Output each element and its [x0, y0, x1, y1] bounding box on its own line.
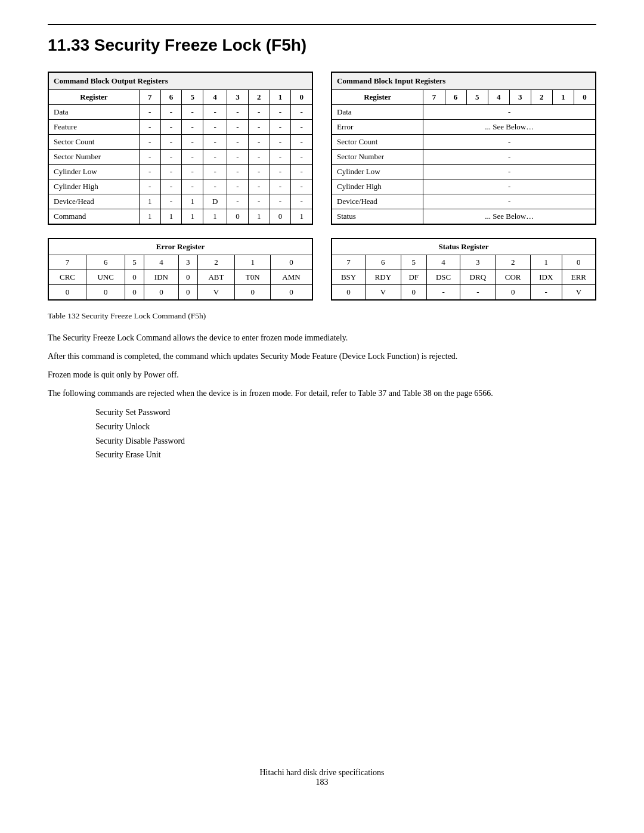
status-register-cell: 1: [530, 255, 562, 270]
input-row-see-below: -: [423, 105, 596, 120]
status-register-row: 0V0--0-V: [332, 285, 596, 300]
out-col-6: 6: [160, 90, 182, 105]
input-row-see-below: -: [423, 150, 596, 165]
status-register-cell: V: [562, 285, 595, 300]
status-register-row: 76543210: [332, 255, 596, 270]
output-row-cell: -: [248, 120, 270, 135]
body-paragraph: The following commands are rejected when…: [48, 387, 596, 400]
output-row-cell: -: [248, 105, 270, 120]
output-row-cell: -: [270, 135, 291, 150]
output-row-cell: -: [227, 179, 249, 194]
error-register-cell: 1: [235, 255, 270, 270]
output-row-label: Cylinder Low: [49, 165, 140, 179]
error-register-cell: 0: [144, 285, 178, 300]
status-register-cell: 3: [460, 255, 496, 270]
output-table-row: Sector Number--------: [49, 150, 312, 165]
status-register-cell: 0: [496, 285, 530, 300]
output-row-cell: -: [270, 105, 291, 120]
error-register-cell: AMN: [270, 270, 312, 285]
bottom-tables-row: Error Register 76543210CRCUNC0IDN0ABTT0N…: [48, 238, 596, 301]
output-row-cell: -: [203, 105, 227, 120]
error-register-cell: 0: [270, 255, 312, 270]
output-row-cell: 0: [227, 209, 249, 224]
top-rule: [48, 24, 596, 25]
output-row-cell: -: [203, 179, 227, 194]
output-row-label: Device/Head: [49, 194, 140, 209]
body-paragraph: The Security Freeze Lock Command allows …: [48, 332, 596, 344]
input-table-row: Data-: [332, 105, 596, 120]
body-paragraph: Frozen mode is quit only by Power off.: [48, 368, 596, 381]
error-register-table: Error Register 76543210CRCUNC0IDN0ABTT0N…: [48, 239, 312, 300]
out-col-4: 4: [203, 90, 227, 105]
output-row-cell: 0: [270, 209, 291, 224]
list-item: Security Disable Password: [95, 434, 596, 448]
status-register-cell: V: [366, 285, 401, 300]
output-row-cell: -: [139, 135, 160, 150]
output-row-label: Cylinder High: [49, 179, 140, 194]
output-row-cell: -: [270, 150, 291, 165]
error-register-cell: 0: [125, 270, 144, 285]
output-row-cell: 1: [182, 209, 203, 224]
status-register-table: Status Register 76543210BSYRDYDFDSCDRQCO…: [332, 239, 596, 300]
output-table-row: Data--------: [49, 105, 312, 120]
output-row-cell: -: [248, 165, 270, 179]
status-register-cell: BSY: [332, 270, 366, 285]
output-table-row: Device/Head1-1D----: [49, 194, 312, 209]
output-row-cell: -: [227, 150, 249, 165]
error-register-cell: 0: [49, 285, 86, 300]
section-title: 11.33 Security Freeze Lock (F5h): [48, 36, 596, 55]
main-tables-row: Command Block Output Registers Register …: [48, 72, 596, 225]
output-row-cell: -: [227, 194, 249, 209]
output-row-cell: -: [182, 179, 203, 194]
input-row-label: Device/Head: [332, 194, 423, 209]
input-registers-table: Command Block Input Registers Register 7…: [332, 72, 596, 224]
output-row-cell: -: [291, 150, 312, 165]
output-registers-table: Command Block Output Registers Register …: [48, 72, 312, 224]
in-col-7: 7: [423, 90, 445, 105]
error-register-cell: 6: [86, 255, 125, 270]
input-row-see-below: -: [423, 135, 596, 150]
error-register-cell: ABT: [197, 270, 235, 285]
output-row-cell: -: [160, 165, 182, 179]
status-register-cell: ERR: [562, 270, 595, 285]
output-row-cell: -: [248, 179, 270, 194]
output-row-cell: -: [291, 105, 312, 120]
out-col-0: 0: [291, 90, 312, 105]
output-table-row: Cylinder High--------: [49, 179, 312, 194]
out-col-5: 5: [182, 90, 203, 105]
status-register-cell: 0: [401, 285, 426, 300]
out-col-3: 3: [227, 90, 249, 105]
out-col-register: Register: [49, 90, 140, 105]
output-row-cell: -: [139, 150, 160, 165]
input-table-row: Error... See Below…: [332, 120, 596, 135]
output-row-cell: D: [203, 194, 227, 209]
status-register-cell: 7: [332, 255, 366, 270]
input-row-label: Sector Number: [332, 150, 423, 165]
output-table-row: Sector Count--------: [49, 135, 312, 150]
output-row-cell: 1: [139, 209, 160, 224]
footer: Hitachi hard disk drive specifications 1…: [48, 768, 596, 787]
output-row-cell: -: [291, 165, 312, 179]
output-row-cell: 1: [139, 194, 160, 209]
in-col-4: 4: [488, 90, 509, 105]
output-row-cell: -: [203, 150, 227, 165]
error-register-row: 76543210: [49, 255, 312, 270]
error-register-cell: 0: [179, 285, 197, 300]
output-row-label: Command: [49, 209, 140, 224]
in-col-6: 6: [445, 90, 466, 105]
footer-page: 183: [48, 778, 596, 787]
status-register-cell: -: [530, 285, 562, 300]
output-row-cell: -: [291, 179, 312, 194]
in-col-0: 0: [574, 90, 595, 105]
status-register-cell: 4: [426, 255, 460, 270]
error-register-cell: 2: [197, 255, 235, 270]
input-row-see-below: -: [423, 179, 596, 194]
list-item: Security Erase Unit: [95, 448, 596, 462]
output-row-cell: -: [182, 120, 203, 135]
paragraphs-container: The Security Freeze Lock Command allows …: [48, 332, 596, 400]
in-col-register: Register: [332, 90, 423, 105]
error-register-cell: T0N: [235, 270, 270, 285]
status-register-cell: RDY: [366, 270, 401, 285]
output-row-cell: -: [291, 194, 312, 209]
error-register-cell: 5: [125, 255, 144, 270]
